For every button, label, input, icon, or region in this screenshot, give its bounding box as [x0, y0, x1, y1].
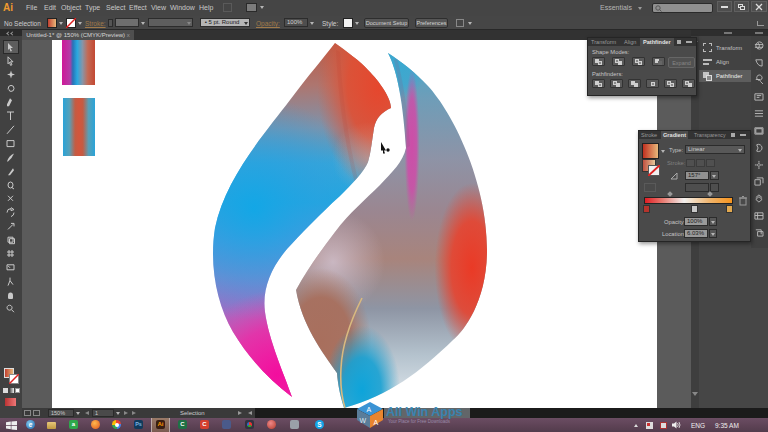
svg-text:A: A	[367, 406, 372, 413]
svg-text:Your Place for Free Downloads: Your Place for Free Downloads	[388, 419, 451, 424]
svg-text:A: A	[374, 419, 379, 426]
svg-text:All Win Apps: All Win Apps	[386, 405, 463, 419]
svg-text:W: W	[360, 417, 367, 424]
